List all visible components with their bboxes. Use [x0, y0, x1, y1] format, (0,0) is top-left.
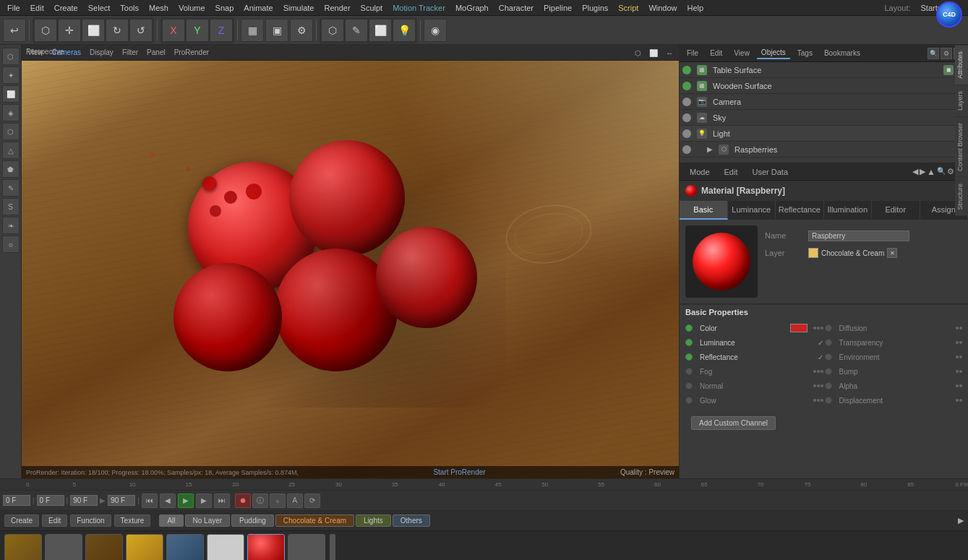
tab-illumination[interactable]: Illumination [824, 201, 873, 220]
panel-menu[interactable]: Panel [144, 48, 168, 57]
objects-search-icon[interactable]: 🔍 [928, 48, 939, 59]
tab-reflectance[interactable]: Reflectance [776, 201, 824, 220]
object-table-surface[interactable]: ▦ Table Surface ◼ ✓ [680, 62, 968, 78]
menu-simulate[interactable]: Simulate [279, 2, 319, 14]
light-btn[interactable]: 💡 [393, 19, 416, 42]
move-tool[interactable]: ✛ [58, 19, 81, 42]
vp-icon3[interactable]: ↔ [663, 48, 676, 58]
objects-file-tab[interactable]: File [682, 48, 703, 59]
menu-edit[interactable]: Edit [26, 2, 48, 14]
create-material-btn[interactable]: Create [4, 514, 39, 527]
start-prorender-button[interactable]: Start ProRender [433, 468, 485, 476]
attr-gear-icon[interactable]: ⚙ [947, 167, 954, 177]
prorender-menu[interactable]: ProRender [171, 48, 212, 57]
attr-nav-icon[interactable]: ▲ [927, 167, 935, 177]
left-tool-5[interactable]: ⬡ [2, 123, 20, 140]
layer-others[interactable]: Others [393, 514, 430, 527]
object-light[interactable]: 💡 Light ✓ [680, 126, 968, 142]
vp-icon1[interactable]: ⬡ [632, 48, 644, 58]
viewport-render[interactable] [22, 61, 679, 478]
object-raspberries[interactable]: ▶ ⬡ Raspberries [680, 142, 968, 158]
left-tool-9[interactable]: S [2, 198, 20, 215]
x-axis[interactable]: X [162, 19, 185, 42]
bookmarks-tab[interactable]: Bookmarks [820, 48, 865, 59]
vp-icon2[interactable]: ⬜ [646, 48, 661, 58]
menu-sculpt[interactable]: Sculpt [356, 2, 387, 14]
left-tool-11[interactable]: ⌾ [2, 236, 20, 253]
objects-tab[interactable]: Objects [757, 47, 790, 59]
end-frame2-input[interactable] [108, 495, 135, 506]
y-axis[interactable]: Y [186, 19, 209, 42]
menu-motiontracker[interactable]: Motion Tracker [388, 2, 450, 14]
tab-editor[interactable]: Editor [872, 201, 920, 220]
z-axis[interactable]: Z [210, 19, 233, 42]
filter-menu[interactable]: Filter [119, 48, 141, 57]
menu-mesh[interactable]: Mesh [145, 2, 173, 14]
start-frame-input[interactable] [3, 495, 30, 506]
mat-scrollbar[interactable] [330, 534, 335, 560]
scale-tool[interactable]: ⬜ [82, 19, 105, 42]
menu-create[interactable]: Create [50, 2, 82, 14]
skip-to-end-btn[interactable]: ⏭ [214, 494, 230, 508]
function-material-btn[interactable]: Function [70, 514, 111, 527]
left-tool-7[interactable]: ⬟ [2, 160, 20, 178]
add-custom-channel-button[interactable]: Add Custom Channel [691, 416, 776, 430]
objects-view-tab[interactable]: View [729, 48, 754, 59]
mat-raspberry[interactable]: Raspberr [247, 534, 285, 560]
auto-key-btn[interactable]: A [287, 494, 303, 508]
texture-material-btn[interactable]: Texture [114, 514, 151, 527]
object-wooden-surface[interactable]: ▦ Wooden Surface ✓ [680, 78, 968, 94]
menu-snap[interactable]: Snap [211, 2, 239, 14]
menu-plugins[interactable]: Plugins [578, 2, 612, 14]
attr-edit-tab[interactable]: Edit [720, 166, 742, 178]
prev-frame-btn[interactable]: ◀ [160, 494, 176, 508]
camera-btn[interactable]: ⬜ [369, 19, 392, 42]
menu-animate[interactable]: Animate [239, 2, 277, 14]
skip-to-start-btn[interactable]: ⏮ [142, 494, 158, 508]
record-btn[interactable]: ⏺ [235, 494, 251, 508]
play-btn[interactable]: ▶ [178, 494, 194, 508]
undo-button[interactable]: ↩ [3, 19, 26, 42]
layer-all[interactable]: All [159, 514, 183, 527]
menu-window[interactable]: Window [644, 2, 681, 14]
mat-scroll-right[interactable]: ▶ [958, 516, 964, 525]
layer-no-layer[interactable]: No Layer [185, 514, 231, 527]
layer-pudding[interactable]: Pudding [231, 514, 274, 527]
expand-arrow[interactable]: ▶ [707, 145, 713, 153]
layer-x-btn[interactable]: ✕ [887, 248, 897, 258]
name-input[interactable] [808, 231, 909, 241]
left-tool-6[interactable]: △ [2, 142, 20, 159]
mat-hairma[interactable]: Hair Ma [288, 534, 325, 560]
left-tool-8[interactable]: ✎ [2, 179, 20, 197]
color-chip[interactable] [790, 324, 808, 332]
mat-logo01[interactable]: Logo 01 [45, 534, 82, 560]
edit-material-btn[interactable]: Edit [42, 514, 67, 527]
left-tool-2[interactable]: ✦ [2, 66, 20, 84]
perspective-btn[interactable]: ⬡ [321, 19, 344, 42]
menu-help[interactable]: Help [683, 2, 708, 14]
attributes-side-tab[interactable]: Attributes [955, 45, 968, 85]
tab-luminance[interactable]: Luminance [728, 201, 776, 220]
menu-volume[interactable]: Volume [174, 2, 210, 14]
contentbrowser-side-tab[interactable]: Content Browser [955, 116, 968, 177]
objects-edit-tab[interactable]: Edit [706, 48, 727, 59]
menu-file[interactable]: File [3, 2, 25, 14]
attr-back-icon[interactable]: ◀ [912, 167, 918, 177]
mat-table-surface[interactable]: Table Su [4, 534, 42, 560]
menu-character[interactable]: Character [494, 2, 538, 14]
layer-chocolate[interactable]: Chocolate & Cream [275, 514, 354, 527]
object-sky[interactable]: ☁ Sky ⊡ [680, 110, 968, 126]
left-tool-4[interactable]: ◈ [2, 104, 20, 121]
select-tool[interactable]: ⬡ [34, 19, 57, 42]
mat-fluff[interactable]: Fluff [207, 534, 244, 560]
menu-tools[interactable]: Tools [116, 2, 143, 14]
bulb-tool[interactable]: ◉ [424, 19, 447, 42]
attr-forward-icon[interactable]: ▶ [920, 167, 925, 177]
structure-side-tab[interactable]: Structure [955, 177, 968, 216]
menu-mograph[interactable]: MoGraph [451, 2, 493, 14]
object-camera[interactable]: 📷 Camera ⊞ [680, 94, 968, 110]
attr-userdata-tab[interactable]: User Data [748, 166, 793, 178]
render-to-picture[interactable]: ▣ [265, 19, 288, 42]
menu-script[interactable]: Script [614, 2, 643, 14]
mat-gold[interactable]: Gold [126, 534, 163, 560]
